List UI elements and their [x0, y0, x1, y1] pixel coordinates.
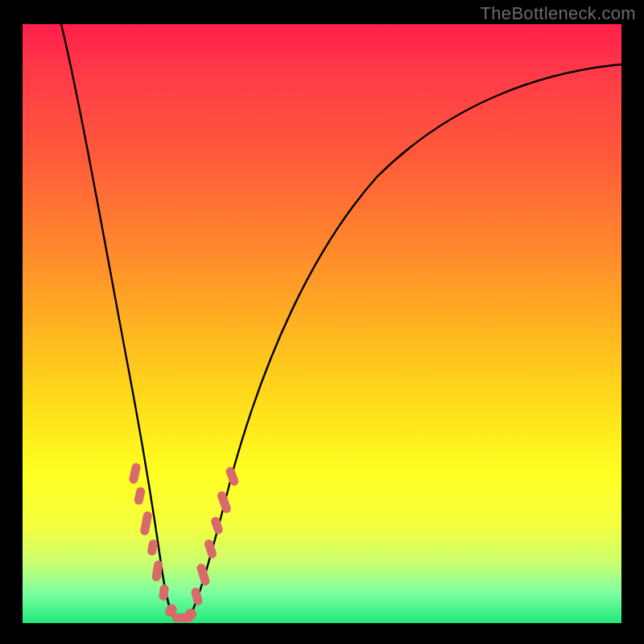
- watermark-text: TheBottleneck.com: [481, 3, 636, 24]
- bead-left: [128, 462, 141, 485]
- bead-right: [210, 516, 225, 535]
- chart-frame: TheBottleneck.com: [0, 0, 644, 644]
- bead-left: [139, 510, 153, 536]
- plot-area: [23, 24, 621, 623]
- bead-left: [147, 539, 158, 556]
- bead-group: [128, 462, 239, 622]
- bead-right: [204, 539, 218, 559]
- bead-right: [225, 466, 240, 487]
- bead-right: [217, 490, 233, 514]
- bead-left: [151, 559, 163, 581]
- bead-left: [134, 486, 146, 506]
- bead-right: [196, 563, 211, 587]
- bead-right: [190, 587, 204, 606]
- plot-svg: [23, 24, 621, 623]
